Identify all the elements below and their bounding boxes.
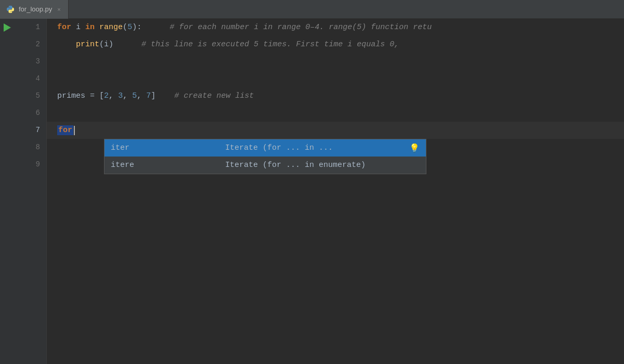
autocomplete-desc-iter: Iterate (for ... in ... [225,144,407,152]
tab-close-button[interactable]: × [56,5,61,14]
code-content-1: for i in range(5): [57,23,141,32]
line-row-1: 1 [0,19,46,36]
autocomplete-item-itere[interactable]: itere Iterate (for ... in enumerate) [105,157,426,174]
code-line-5: primes = [2, 3, 5, 7] # create new list [47,87,624,105]
code-comment-2: # this line is executed 5 times. First t… [113,40,399,49]
line-number-3: 3 [0,53,46,70]
code-line-2: print(i) # this line is executed 5 times… [47,36,624,53]
code-comment-5: # create new list [155,92,254,100]
autocomplete-desc-itere: Iterate (for ... in enumerate) [225,161,420,170]
line-number-8: 8 [0,139,46,156]
python-file-icon [6,5,15,14]
code-line-7[interactable]: for [47,122,624,139]
run-triangle-icon[interactable] [4,23,11,32]
app-window: for_loop.py × 1 2 3 4 5 6 7 8 9 [0,0,624,364]
code-for-keyword: for [57,125,73,135]
code-content-5: primes = [2, 3, 5, 7] [57,92,155,100]
line-row-5: 5 [0,87,46,105]
line-number-9: 9 [0,156,46,173]
tab-filename: for_loop.py [19,5,52,13]
autocomplete-item-iter[interactable]: iter Iterate (for ... in ... 💡 [105,139,426,157]
tab-for-loop-py[interactable]: for_loop.py × [0,0,69,19]
code-content-2: print(i) [57,40,113,49]
line-row-4: 4 [0,70,46,87]
autocomplete-name-itere: itere [111,161,225,170]
line-row-6: 6 [0,105,46,122]
line-number-5: 5 [0,87,46,105]
run-button[interactable] [2,22,12,33]
line-row-3: 3 [0,53,46,70]
autocomplete-name-iter: iter [111,144,225,152]
code-area[interactable]: for i in range(5): # for each number i i… [47,19,624,364]
tab-bar: for_loop.py × [0,0,624,19]
line-row-9: 9 [0,156,46,173]
line-row-2: 2 [0,36,46,53]
editor-container: 1 2 3 4 5 6 7 8 9 for i in range(5): # f… [0,19,624,364]
autocomplete-dropdown[interactable]: iter Iterate (for ... in ... 💡 itere Ite… [104,139,426,174]
line-number-gutter: 1 2 3 4 5 6 7 8 9 [0,19,47,364]
code-line-1: for i in range(5): # for each number i i… [47,19,624,36]
code-comment-1: # for each number i in range 0–4. range(… [141,23,432,32]
code-line-6 [47,105,624,122]
line-row-8: 8 [0,139,46,156]
text-cursor [74,126,75,135]
line-number-7: 7 [0,122,46,139]
code-line-3 [47,53,624,70]
line-number-2: 2 [0,36,46,53]
lightbulb-icon: 💡 [409,143,420,153]
line-number-6: 6 [0,105,46,122]
line-row-7: 7 [0,122,46,139]
line-number-4: 4 [0,70,46,87]
code-line-4 [47,70,624,87]
